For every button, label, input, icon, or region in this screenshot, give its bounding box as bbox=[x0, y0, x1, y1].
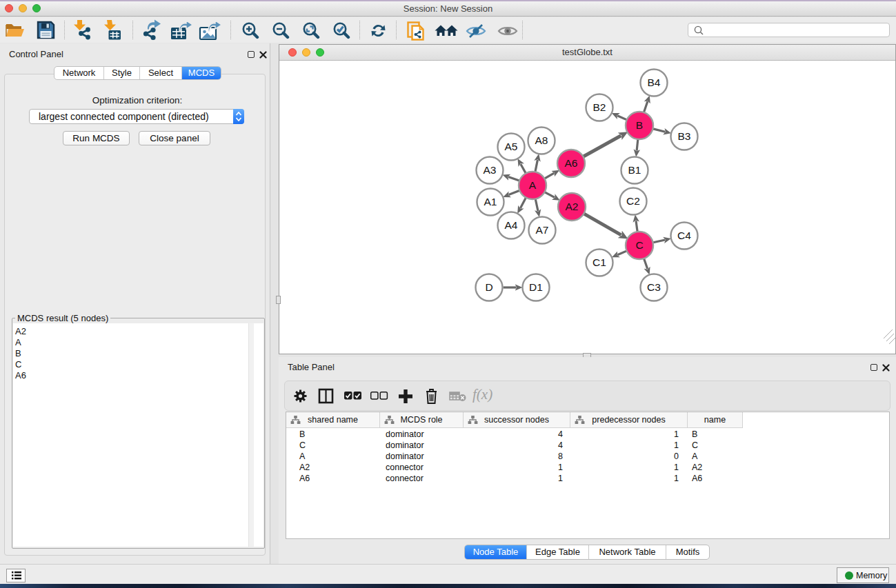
svg-text:B4: B4 bbox=[648, 77, 661, 88]
svg-text:D1: D1 bbox=[529, 281, 543, 293]
svg-text:B3: B3 bbox=[678, 130, 691, 142]
svg-text:A1: A1 bbox=[484, 196, 497, 207]
svg-text:A2: A2 bbox=[566, 201, 579, 212]
svg-text:A: A bbox=[529, 179, 537, 191]
svg-text:A4: A4 bbox=[505, 219, 518, 231]
svg-text:B2: B2 bbox=[593, 101, 606, 113]
svg-text:B1: B1 bbox=[628, 164, 641, 176]
svg-text:C3: C3 bbox=[647, 281, 661, 293]
svg-text:A3: A3 bbox=[484, 164, 497, 176]
svg-text:A5: A5 bbox=[505, 141, 518, 152]
svg-text:C: C bbox=[635, 239, 643, 251]
svg-text:A7: A7 bbox=[536, 224, 549, 236]
svg-text:B: B bbox=[636, 119, 643, 131]
svg-text:C4: C4 bbox=[677, 230, 691, 241]
svg-text:A8: A8 bbox=[535, 134, 548, 146]
svg-text:D: D bbox=[485, 281, 492, 293]
svg-text:A6: A6 bbox=[565, 157, 578, 169]
svg-text:C2: C2 bbox=[626, 195, 640, 207]
svg-text:C1: C1 bbox=[593, 256, 606, 268]
